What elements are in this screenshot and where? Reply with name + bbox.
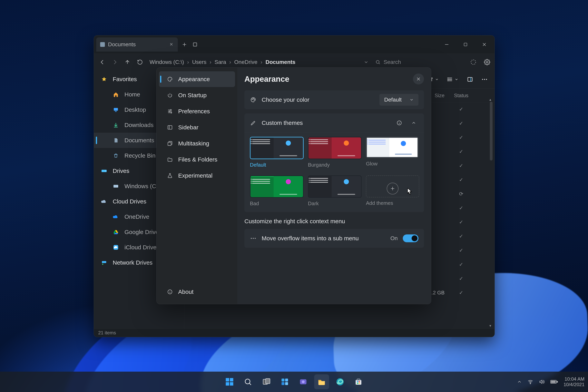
ellipsis-icon	[250, 235, 256, 242]
sliders-icon	[167, 108, 173, 114]
taskview-button[interactable]	[259, 374, 274, 389]
sidebar-item-label: Cloud Drives	[113, 198, 146, 205]
svg-rect-43	[285, 382, 288, 385]
svg-rect-40	[282, 379, 284, 382]
svg-point-27	[253, 98, 254, 99]
breadcrumb-part[interactable]: OneDrive	[234, 59, 257, 65]
close-tab-button[interactable]: ✕	[168, 40, 175, 48]
theme-add-themes[interactable]: Add themes	[366, 176, 418, 206]
settings-nav-sidebar[interactable]: Sidebar	[159, 120, 235, 135]
search-input[interactable]: Search	[372, 57, 464, 68]
svg-rect-36	[230, 382, 233, 386]
statusbar: 21 items	[94, 328, 494, 337]
sidebar-item-label: Favorites	[113, 76, 137, 82]
info-icon[interactable]	[394, 118, 404, 128]
scroll-down-icon[interactable]: ▾	[490, 324, 493, 327]
color-label: Choose your color	[262, 96, 309, 103]
svg-point-15	[448, 80, 448, 81]
settings-nav-label: Files & Folders	[178, 156, 217, 163]
svg-point-26	[252, 99, 253, 100]
theme-dark[interactable]: Dark	[308, 176, 360, 206]
theme-label: Glow	[366, 161, 418, 167]
new-tab-button[interactable]	[180, 40, 188, 48]
svg-rect-50	[359, 381, 360, 382]
color-select[interactable]: Default	[380, 94, 418, 106]
theme-bad[interactable]: Bad	[250, 176, 302, 206]
sidebar-item-label: Documents	[124, 137, 154, 144]
svg-rect-5	[114, 108, 118, 111]
theme-burgandy[interactable]: Burgandy	[308, 137, 360, 168]
edge-button[interactable]	[332, 374, 348, 389]
sidebar-item-label: Downloads	[124, 122, 154, 128]
desktop-wallpaper: Documents ✕	[0, 0, 588, 392]
teams-button[interactable]	[296, 374, 311, 389]
theme-glow[interactable]: Glow	[366, 137, 418, 168]
settings-nav-appearance[interactable]: Appearance	[159, 71, 235, 87]
scrollbar[interactable]: ▴ ▾	[490, 102, 492, 323]
power-icon	[167, 92, 173, 98]
settings-nav-multitasking[interactable]: Multitasking	[159, 136, 235, 151]
breadcrumb-part[interactable]: Windows (C:\)	[150, 59, 184, 65]
svg-point-3	[471, 60, 476, 64]
svg-point-13	[448, 78, 448, 78]
chevron-up-icon[interactable]	[517, 379, 522, 384]
toggle-state: On	[390, 235, 398, 242]
taskbar-center	[222, 374, 366, 389]
file-explorer-button[interactable]	[314, 374, 329, 389]
settings-nav-experimental[interactable]: Experimental	[159, 168, 235, 184]
settings-nav-preferences[interactable]: Preferences	[159, 104, 235, 119]
breadcrumb-part[interactable]: Users	[192, 59, 206, 65]
gdrive-icon	[113, 229, 119, 235]
theme-label: Add themes	[366, 200, 418, 206]
tab-documents[interactable]: Documents ✕	[96, 38, 178, 52]
drive-icon	[101, 168, 107, 174]
overflow-card: Move overflow items into a sub menu On	[244, 229, 424, 248]
svg-rect-48	[357, 379, 360, 381]
battery-icon[interactable]	[550, 380, 558, 384]
search-placeholder: Search	[384, 59, 401, 65]
overflow-toggle[interactable]	[403, 234, 418, 242]
nav-refresh-button[interactable]	[134, 56, 146, 68]
progress-icon[interactable]	[469, 58, 478, 67]
breadcrumb-part[interactable]: Documents	[266, 59, 295, 65]
window-close-button[interactable]	[479, 39, 490, 50]
info-icon	[167, 289, 173, 295]
tab-label: Documents	[108, 41, 136, 48]
settings-close-button[interactable]	[413, 74, 424, 84]
taskbar-search-button[interactable]	[240, 374, 256, 389]
wifi-icon[interactable]	[528, 379, 533, 385]
widgets-button[interactable]	[277, 374, 292, 389]
start-button[interactable]	[222, 374, 237, 389]
nav-up-button[interactable]	[122, 56, 133, 68]
nav-forward-button[interactable]	[109, 56, 120, 68]
window-maximize-button[interactable]	[460, 39, 471, 50]
settings-dialog: AppearanceOn StartupPreferencesSidebarMu…	[156, 68, 431, 304]
nav-back-button[interactable]	[97, 56, 108, 68]
breadcrumb[interactable]: Windows (C:\)› Users› Sara› OneDrive› Do…	[147, 57, 372, 68]
settings-nav-about[interactable]: About	[159, 284, 235, 300]
chevron-down-icon[interactable]	[364, 60, 369, 65]
col-status[interactable]: Status	[444, 92, 478, 98]
scrollbar-thumb[interactable]	[490, 102, 492, 160]
system-tray[interactable]: 10:04 AM 10/4/2021	[517, 376, 584, 387]
view-button[interactable]	[445, 74, 461, 85]
svg-point-20	[170, 110, 171, 110]
volume-icon[interactable]	[539, 379, 545, 385]
sidebar-item-label: Windows (C:)	[124, 183, 160, 190]
tab-overview-button[interactable]	[191, 40, 199, 48]
more-button[interactable]	[479, 74, 490, 85]
settings-button[interactable]	[482, 58, 492, 67]
breadcrumb-part[interactable]: Sara	[214, 59, 226, 65]
window-minimize-button[interactable]	[441, 39, 452, 50]
settings-nav-files-folders[interactable]: Files & Folders	[159, 152, 235, 168]
store-button[interactable]	[351, 374, 366, 389]
svg-rect-11	[102, 261, 106, 263]
scroll-up-icon[interactable]: ▴	[490, 98, 493, 101]
clock[interactable]: 10:04 AM 10/4/2021	[564, 376, 584, 387]
onedrive-icon	[113, 214, 119, 220]
theme-default[interactable]: Default	[250, 137, 302, 168]
preview-pane-button[interactable]	[465, 74, 475, 85]
settings-nav-on-startup[interactable]: On Startup	[159, 88, 235, 103]
collapse-button[interactable]	[409, 118, 418, 128]
svg-rect-16	[468, 78, 472, 81]
